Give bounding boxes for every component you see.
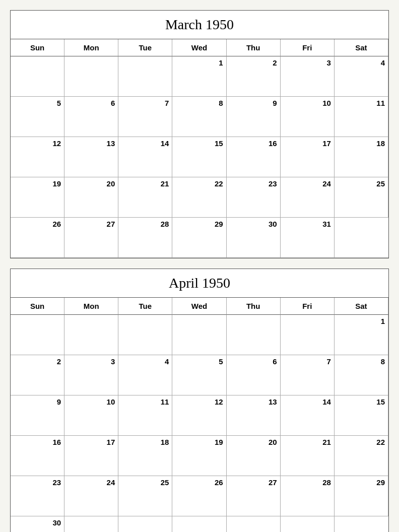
april-grid: Sun Mon Tue Wed Thu Fri Sat 1 2 3 4 5 6 … [11,298,388,532]
table-row [335,516,388,532]
table-row: 5 [11,97,64,137]
table-row: 11 [118,395,172,436]
header-thu: Thu [227,39,281,56]
table-row: 21 [281,436,335,476]
table-row: 26 [172,476,226,516]
table-row: 31 [281,218,335,258]
table-row: 20 [64,177,118,218]
header-fri: Fri [281,39,335,56]
table-row: 19 [11,177,64,218]
table-row: 26 [11,218,64,258]
table-row [118,315,172,355]
table-row: 3 [281,56,335,97]
table-row: 14 [118,137,172,177]
header-sat: Sat [335,39,388,56]
table-row: 7 [118,97,172,137]
table-row [64,516,118,532]
table-row [281,315,335,355]
march-title: March 1950 [11,11,388,39]
table-row: 21 [118,177,172,218]
table-row: 27 [227,476,281,516]
table-row: 30 [227,218,281,258]
table-row: 6 [64,97,118,137]
table-row: 29 [335,476,388,516]
table-row: 2 [11,355,64,395]
table-row [64,56,118,97]
table-row: 17 [64,436,118,476]
header-thu: Thu [227,298,281,315]
table-row: 19 [172,436,226,476]
april-calendar: April 1950 Sun Mon Tue Wed Thu Fri Sat 1… [10,269,389,532]
table-row: 8 [172,97,226,137]
table-row: 24 [64,476,118,516]
table-row: 13 [64,137,118,177]
table-row: 15 [172,137,226,177]
table-row: 25 [335,177,388,218]
header-mon: Mon [64,39,118,56]
table-row: 24 [281,177,335,218]
table-row: 29 [172,218,226,258]
header-sun: Sun [11,39,64,56]
table-row: 14 [281,395,335,436]
table-row: 20 [227,436,281,476]
table-row [11,315,64,355]
table-row: 1 [335,315,388,355]
header-tue: Tue [118,298,172,315]
table-row [172,315,226,355]
table-row: 18 [335,137,388,177]
table-row: 18 [118,436,172,476]
table-row: 4 [335,56,388,97]
table-row [118,516,172,532]
table-row: 10 [64,395,118,436]
table-row [118,56,172,97]
table-row [227,516,281,532]
header-wed: Wed [172,298,226,315]
table-row: 10 [281,97,335,137]
table-row: 15 [335,395,388,436]
table-row: 22 [335,436,388,476]
march-calendar: March 1950 Sun Mon Tue Wed Thu Fri Sat 1… [10,10,389,258]
table-row: 8 [335,355,388,395]
table-row: 23 [227,177,281,218]
march-grid: Sun Mon Tue Wed Thu Fri Sat 1 2 3 4 5 6 … [11,39,388,258]
table-row: 30 [11,516,64,532]
table-row: 5 [172,355,226,395]
table-row: 9 [227,97,281,137]
table-row: 23 [11,476,64,516]
table-row [172,516,226,532]
table-row: 22 [172,177,226,218]
table-row: 7 [281,355,335,395]
table-row: 11 [335,97,388,137]
header-wed: Wed [172,39,226,56]
table-row: 27 [64,218,118,258]
header-fri: Fri [281,298,335,315]
table-row: 12 [11,137,64,177]
table-row [227,315,281,355]
table-row: 2 [227,56,281,97]
header-sun: Sun [11,298,64,315]
table-row: 13 [227,395,281,436]
table-row: 4 [118,355,172,395]
table-row: 25 [118,476,172,516]
table-row: 9 [11,395,64,436]
table-row: 1 [172,56,226,97]
header-sat: Sat [335,298,388,315]
table-row [335,218,388,258]
table-row: 28 [281,476,335,516]
table-row: 12 [172,395,226,436]
table-row: 3 [64,355,118,395]
april-title: April 1950 [11,269,388,298]
table-row: 16 [227,137,281,177]
table-row: 28 [118,218,172,258]
table-row: 6 [227,355,281,395]
table-row [11,56,64,97]
header-tue: Tue [118,39,172,56]
table-row: 16 [11,436,64,476]
table-row [64,315,118,355]
header-mon: Mon [64,298,118,315]
table-row: 17 [281,137,335,177]
table-row [281,516,335,532]
